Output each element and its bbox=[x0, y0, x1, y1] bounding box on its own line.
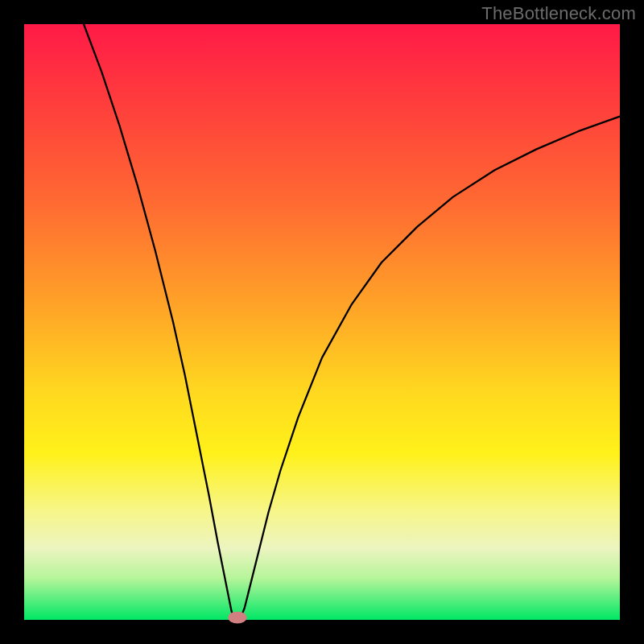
chart-frame: TheBottleneck.com bbox=[0, 0, 644, 644]
plot-area bbox=[24, 24, 620, 620]
watermark-text: TheBottleneck.com bbox=[481, 3, 636, 24]
curve-left-branch bbox=[84, 24, 233, 617]
curve-right-branch bbox=[241, 117, 620, 617]
curve-layer bbox=[24, 24, 620, 620]
minimum-marker bbox=[228, 612, 247, 624]
